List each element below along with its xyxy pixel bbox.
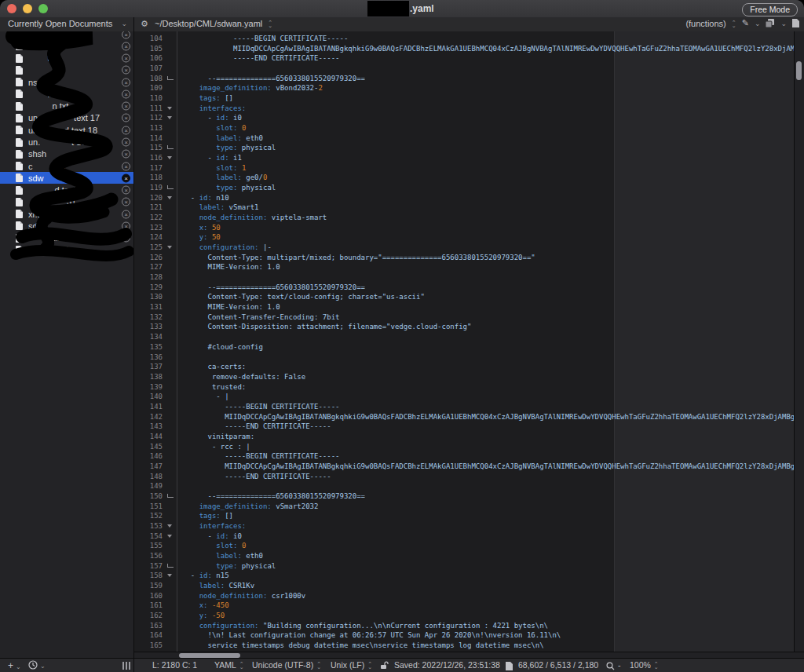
new-document-button[interactable]: +⌄ xyxy=(8,660,21,671)
close-document-icon[interactable]: × xyxy=(122,198,130,206)
close-document-icon[interactable]: × xyxy=(122,221,130,230)
fold-open-icon[interactable] xyxy=(167,196,172,199)
code-line: 152 tags: [] xyxy=(134,511,795,521)
code-text: slot: 0 xyxy=(182,541,246,551)
close-document-icon[interactable]: × xyxy=(122,114,130,122)
fold-open-icon[interactable] xyxy=(167,246,172,249)
code-text: Content-Disposition: attachment; filenam… xyxy=(182,322,471,332)
line-number: 155 xyxy=(134,541,163,551)
magnifier-icon[interactable] xyxy=(606,662,616,670)
open-document-item[interactable]: sdw aml× xyxy=(0,172,133,184)
open-document-item[interactable]: txt× xyxy=(0,53,133,64)
minimize-window-button[interactable] xyxy=(23,4,32,13)
close-document-icon[interactable]: × xyxy=(122,42,130,50)
code-text: -----END CERTIFICATE----- xyxy=(182,422,331,432)
fold-end-icon[interactable] xyxy=(167,145,174,149)
open-document-item[interactable]: 31× xyxy=(0,196,133,208)
code-line: 151 image_definition: vSmart2032 xyxy=(134,502,795,512)
pencil-icon[interactable]: ✎ xyxy=(742,18,749,28)
close-document-icon[interactable]: × xyxy=(122,31,130,38)
fold-open-icon[interactable] xyxy=(167,524,172,528)
fold-end-icon[interactable] xyxy=(167,564,174,568)
code-text: interfaces: xyxy=(182,104,246,114)
open-document-item[interactable]: xt xyxy=(0,244,133,256)
close-document-icon[interactable]: × xyxy=(122,234,130,243)
open-documents-header-dropdown[interactable]: Currently Open Documents ⌄ xyxy=(0,17,134,31)
open-document-item[interactable]: sd× xyxy=(0,220,133,232)
sidebar-resize-grip[interactable] xyxy=(122,662,130,670)
open-document-item[interactable]: nsr.t× xyxy=(0,76,133,88)
open-document-item[interactable]: shsh× xyxy=(0,148,133,160)
close-document-icon[interactable]: × xyxy=(122,138,130,147)
fold-open-icon[interactable] xyxy=(167,156,172,159)
open-document-item[interactable]: c xt× xyxy=(0,160,133,172)
gear-icon[interactable]: ⚙ xyxy=(141,19,148,29)
close-document-icon[interactable]: × xyxy=(122,102,130,111)
recent-documents-button[interactable]: ⌄ xyxy=(28,660,46,670)
close-document-icon[interactable]: × xyxy=(122,210,130,218)
line-number: 114 xyxy=(134,133,163,144)
close-document-icon[interactable]: × xyxy=(122,150,130,159)
line-number: 154 xyxy=(134,531,163,542)
open-document-item[interactable]: n txt× xyxy=(0,100,133,112)
encoding-dropdown[interactable]: Unicode (UTF-8)⌃⌄ xyxy=(252,660,321,670)
open-document-item[interactable]: aoamemory.txt× xyxy=(0,232,133,244)
close-document-icon[interactable]: × xyxy=(122,173,130,182)
fold-end-icon[interactable] xyxy=(167,76,174,80)
code-line: 129 --==============6560338015520979320=… xyxy=(134,283,795,293)
fold-open-icon[interactable] xyxy=(167,535,172,538)
unlock-icon[interactable] xyxy=(380,661,389,670)
chevron-down-icon[interactable]: ⌄ xyxy=(755,20,761,27)
open-document-item[interactable]: d text 24× xyxy=(0,184,133,195)
fold-open-icon[interactable] xyxy=(167,107,172,110)
documents-stack-icon[interactable] xyxy=(766,19,775,27)
code-line: 141 -----BEGIN CERTIFICATE----- xyxy=(134,402,795,412)
close-document-icon[interactable]: × xyxy=(122,66,130,75)
open-documents-sidebar: ×× txt××nsr.t× .txt× n txt×un text 17×un… xyxy=(0,31,134,652)
close-document-icon[interactable]: × xyxy=(122,186,130,195)
open-document-item[interactable]: un. t 19× xyxy=(0,136,133,148)
zoom-decrease[interactable]: - xyxy=(618,660,621,670)
open-document-item[interactable]: un text 17× xyxy=(0,112,133,124)
code-line: 155 slot: 0 xyxy=(134,541,795,551)
fold-end-icon[interactable] xyxy=(167,185,174,189)
fold-open-icon[interactable] xyxy=(167,116,172,119)
code-line: 114 label: eth0 xyxy=(134,133,795,144)
chevron-down-icon[interactable]: ⌄ xyxy=(780,20,787,27)
open-document-item[interactable]: × xyxy=(0,31,133,40)
close-document-icon[interactable]: × xyxy=(122,89,130,98)
sidebar-bottom-strip xyxy=(0,652,134,658)
close-window-button[interactable] xyxy=(7,4,16,13)
code-line: 108 --==============6560338015520979320=… xyxy=(134,74,795,84)
open-document-item[interactable]: × xyxy=(0,64,133,76)
line-number: 161 xyxy=(134,601,163,611)
zoom-dropdown[interactable]: 100%⌃⌄ xyxy=(630,660,659,670)
code-text: - rcc : | xyxy=(182,442,250,452)
close-document-icon[interactable]: × xyxy=(122,162,130,170)
fold-end-icon[interactable] xyxy=(167,494,174,498)
fold-open-icon[interactable] xyxy=(167,574,172,577)
functions-dropdown[interactable]: (functions) ⌃⌄ xyxy=(685,19,736,28)
line-number: 104 xyxy=(134,34,163,44)
text-editor[interactable]: 104 -----BEGIN CERTIFICATE-----105 MIIDq… xyxy=(134,31,795,652)
vertical-scrollbar[interactable] xyxy=(794,31,804,652)
zoom-window-button[interactable] xyxy=(38,4,48,13)
close-document-icon[interactable]: × xyxy=(122,126,130,134)
line-ending-dropdown[interactable]: Unix (LF)⌃⌄ xyxy=(331,660,372,670)
document-icon xyxy=(16,42,23,50)
document-path-dropdown[interactable]: ~/Desktop/CML/sdwan.yaml ⌃⌄ xyxy=(155,19,272,28)
close-document-icon[interactable]: × xyxy=(122,78,130,86)
open-document-item[interactable]: un d text 18× xyxy=(0,124,133,136)
open-document-item[interactable]: xr.t× xyxy=(0,208,133,220)
document-icon xyxy=(16,89,23,98)
code-line: 134 xyxy=(134,332,795,342)
open-document-item[interactable]: × xyxy=(0,40,133,52)
vertical-scrollbar-thumb[interactable] xyxy=(796,61,802,80)
code-text: node_definition: viptela-smart xyxy=(182,213,327,223)
close-document-icon[interactable]: × xyxy=(122,54,130,63)
code-line: 162 y: -50 xyxy=(134,611,795,621)
language-dropdown[interactable]: YAML⌃⌄ xyxy=(214,660,244,670)
open-document-item[interactable]: .txt× xyxy=(0,88,133,100)
document-icon[interactable] xyxy=(792,19,799,27)
free-mode-button[interactable]: Free Mode xyxy=(742,3,798,16)
